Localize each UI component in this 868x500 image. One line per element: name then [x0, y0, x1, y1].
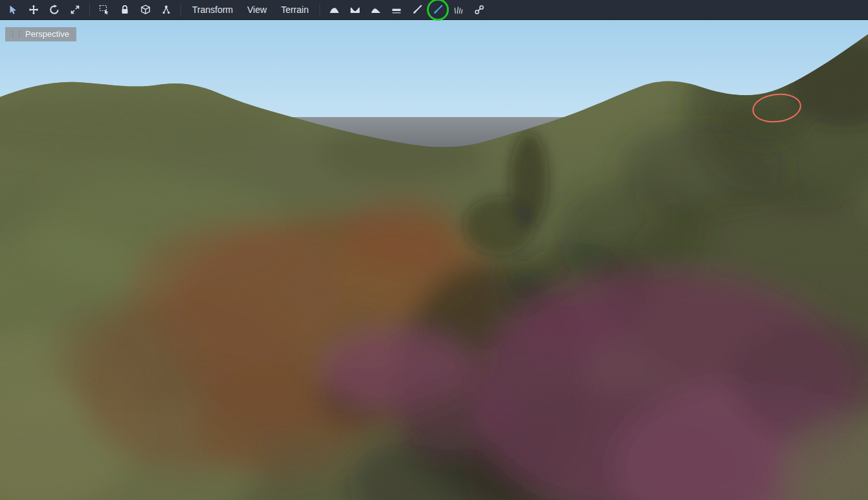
- scale-tool[interactable]: [67, 1, 83, 18]
- move-arrows-icon: [28, 5, 39, 15]
- chain-link-icon: [474, 5, 484, 15]
- select-tool[interactable]: [5, 1, 21, 18]
- rotate-tool[interactable]: [46, 1, 63, 18]
- terrain-3d-view[interactable]: [0, 20, 868, 500]
- lock-icon: [120, 5, 130, 15]
- rect-select-icon: [99, 5, 109, 15]
- main-toolbar: Transform View Terrain: [0, 0, 868, 20]
- lock-tool[interactable]: [116, 1, 133, 18]
- flatten-tool[interactable]: [388, 1, 405, 18]
- toolbar-separator: [89, 4, 90, 16]
- paint-brush-tool[interactable]: [409, 1, 426, 18]
- perspective-label: Perspective: [25, 29, 69, 39]
- select-box-tool[interactable]: [96, 1, 113, 18]
- brush-icon: [412, 5, 422, 15]
- drag-grip-icon: ⋮⋮: [9, 30, 22, 38]
- cursor-icon: [8, 5, 18, 15]
- move-tool[interactable]: [25, 1, 42, 18]
- cube-icon: [140, 5, 151, 15]
- flatten-bar-icon: [391, 5, 402, 15]
- link-tool[interactable]: [471, 1, 488, 18]
- perspective-menu[interactable]: ⋮⋮ Perspective: [5, 27, 76, 41]
- grass-icon: [453, 5, 464, 15]
- toolbar-separator: [320, 4, 320, 16]
- toolbar-separator: [180, 4, 181, 16]
- raise-hill-icon: [329, 5, 340, 15]
- paint-texture-tool[interactable]: [429, 1, 446, 18]
- scale-icon: [70, 5, 80, 15]
- texture-brush-icon: [433, 5, 443, 15]
- lower-valley-icon: [350, 5, 360, 15]
- joints-tool[interactable]: [158, 1, 175, 18]
- menu-terrain[interactable]: Terrain: [274, 1, 316, 18]
- terrain-editor-window: Transform View Terrain: [0, 0, 868, 500]
- viewport-3d[interactable]: ⋮⋮ Perspective: [0, 20, 868, 500]
- lower-tool[interactable]: [347, 1, 363, 18]
- group-tool[interactable]: [137, 1, 154, 18]
- menu-view[interactable]: View: [240, 1, 274, 18]
- joints-icon: [161, 5, 171, 15]
- smooth-tool[interactable]: [367, 1, 384, 18]
- grass-detail-tool[interactable]: [450, 1, 467, 18]
- raise-tool[interactable]: [326, 1, 343, 18]
- menu-transform[interactable]: Transform: [185, 1, 240, 18]
- smooth-slope-icon: [371, 5, 381, 15]
- rotate-icon: [49, 5, 60, 15]
